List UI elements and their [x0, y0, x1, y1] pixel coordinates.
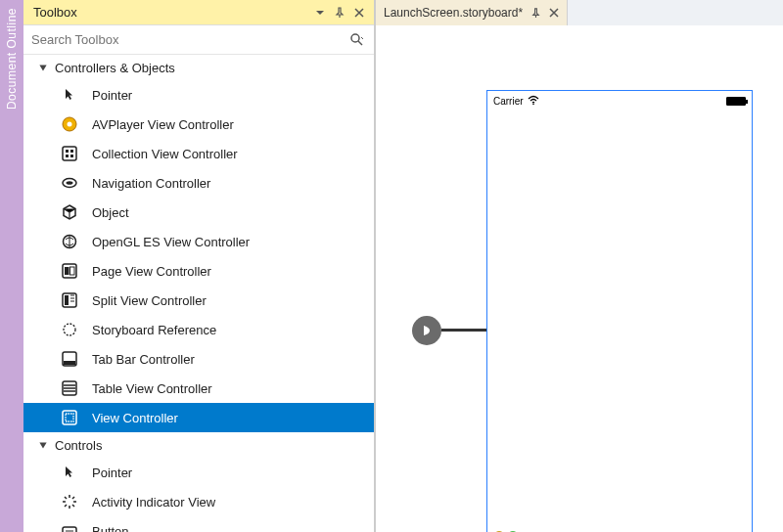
view-controller-scene[interactable]: Carrier [486, 90, 753, 532]
toolbox-item-pointer[interactable]: Pointer [23, 458, 374, 487]
item-label: AVPlayer View Controller [92, 117, 234, 132]
document-outline-label: Document Outline [5, 8, 19, 110]
item-label: Split View Controller [92, 293, 207, 308]
toolbox-panel: Toolbox Controllers & ObjectsPointerAVPl… [23, 0, 375, 532]
item-label: Activity Indicator View [92, 495, 215, 510]
tabbar-icon [61, 350, 78, 368]
toolbox-search-row [23, 25, 374, 55]
search-icon[interactable] [348, 31, 366, 49]
tab-launchscreen[interactable]: LaunchScreen.storyboard* [376, 0, 568, 25]
svg-rect-7 [70, 155, 73, 157]
tab-bar: LaunchScreen.storyboard* [376, 0, 783, 25]
tab-label: LaunchScreen.storyboard* [384, 6, 523, 20]
toolbox-item-object[interactable]: Object [23, 198, 374, 227]
toolbox-item-table-view-controller[interactable]: Table View Controller [23, 374, 374, 403]
svg-rect-3 [63, 147, 76, 160]
document-outline-tab[interactable]: Document Outline [0, 0, 23, 532]
search-input[interactable] [31, 32, 348, 47]
editor-panel: LaunchScreen.storyboard* Carrier [375, 0, 783, 532]
storyboard-icon [61, 321, 78, 338]
toolbox-item-navigation-controller[interactable]: Navigation Controller [23, 168, 374, 198]
split-icon [61, 291, 78, 309]
toolbox-item-button[interactable]: Button [23, 516, 374, 532]
item-label: OpenGL ES View Controller [92, 235, 250, 249]
battery-icon [726, 97, 746, 106]
caret-down-icon [37, 439, 49, 451]
pointer-icon [61, 464, 78, 481]
table-icon [61, 379, 78, 397]
view-icon [61, 409, 78, 426]
toolbox-item-page-view-controller[interactable]: Page View Controller [23, 256, 374, 286]
toolbox-header: Toolbox [23, 0, 374, 25]
dropdown-icon[interactable] [311, 4, 329, 22]
svg-rect-26 [63, 411, 76, 424]
status-bar: Carrier [487, 91, 752, 111]
item-label: Page View Controller [92, 264, 211, 279]
category-controls[interactable]: Controls [23, 432, 374, 458]
entry-arrow-line [441, 329, 488, 332]
toolbox-item-avplayer-view-controller[interactable]: AVPlayer View Controller [23, 110, 374, 139]
caret-down-icon [37, 62, 49, 73]
svg-rect-4 [66, 150, 69, 153]
category-label: Controls [55, 438, 102, 453]
toolbox-tree[interactable]: Controllers & ObjectsPointerAVPlayer Vie… [23, 55, 374, 532]
svg-point-38 [532, 104, 534, 106]
wifi-icon [528, 95, 539, 107]
category-controllers-objects[interactable]: Controllers & Objects [23, 55, 374, 80]
item-label: Object [92, 205, 129, 220]
svg-line-34 [65, 505, 67, 507]
page-icon [61, 262, 78, 280]
item-label: View Controller [92, 411, 178, 425]
toolbox-item-opengl-es-view-controller[interactable]: OpenGL ES View Controller [23, 227, 374, 256]
object-icon [61, 203, 78, 221]
svg-point-0 [351, 34, 359, 42]
item-label: Storyboard Reference [92, 323, 216, 337]
item-label: Navigation Controller [92, 176, 210, 191]
activity-icon [61, 493, 78, 510]
pin-icon[interactable] [331, 4, 348, 22]
svg-rect-15 [65, 295, 69, 305]
svg-point-9 [67, 181, 73, 185]
svg-line-35 [72, 497, 74, 499]
tab-pin-icon[interactable] [530, 8, 541, 19]
svg-rect-5 [70, 150, 73, 153]
item-label: Table View Controller [92, 381, 212, 396]
close-icon[interactable] [350, 4, 368, 22]
svg-rect-12 [65, 267, 69, 275]
entry-point-icon[interactable] [412, 316, 441, 345]
button-icon [61, 522, 78, 532]
toolbox-title: Toolbox [33, 5, 309, 20]
item-label: Tab Bar Controller [92, 352, 195, 367]
item-label: Pointer [92, 88, 132, 103]
collection-icon [61, 145, 78, 162]
svg-line-33 [72, 505, 74, 507]
avplayer-icon [61, 115, 78, 133]
toolbox-item-activity-indicator-view[interactable]: Activity Indicator View [23, 487, 374, 516]
category-label: Controllers & Objects [55, 61, 175, 75]
item-label: Button [92, 524, 129, 533]
toolbox-item-tab-bar-controller[interactable]: Tab Bar Controller [23, 344, 374, 374]
svg-point-19 [64, 324, 75, 335]
toolbox-item-view-controller[interactable]: View Controller [23, 403, 374, 432]
toolbox-item-split-view-controller[interactable]: Split View Controller [23, 286, 374, 315]
toolbox-item-collection-view-controller[interactable]: Collection View Controller [23, 139, 374, 168]
svg-rect-6 [66, 155, 69, 157]
storyboard-canvas[interactable]: Carrier [376, 25, 783, 532]
svg-rect-27 [66, 414, 73, 421]
toolbox-item-storyboard-reference[interactable]: Storyboard Reference [23, 315, 374, 344]
navigation-icon [61, 174, 78, 192]
svg-rect-21 [64, 361, 75, 365]
opengl-icon [61, 233, 78, 250]
tab-close-icon[interactable] [549, 8, 559, 18]
carrier-label: Carrier [493, 96, 524, 107]
svg-line-32 [65, 497, 67, 499]
item-label: Pointer [92, 466, 132, 480]
pointer-icon [61, 86, 78, 104]
svg-rect-13 [70, 267, 75, 275]
toolbox-item-pointer[interactable]: Pointer [23, 80, 374, 110]
item-label: Collection View Controller [92, 147, 238, 161]
svg-point-2 [68, 122, 72, 127]
